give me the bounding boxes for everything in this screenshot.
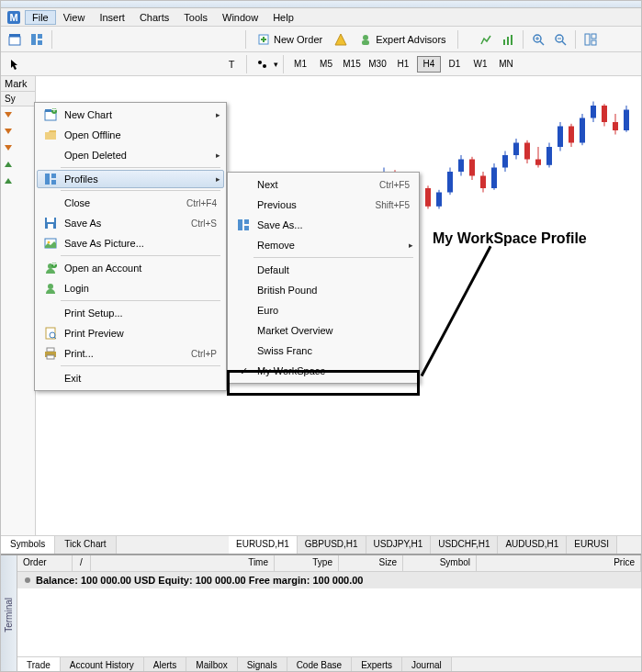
menu-window[interactable]: Window: [215, 10, 265, 25]
menu-save-as[interactable]: Save As Ctrl+S: [37, 213, 224, 233]
col-time[interactable]: Time: [91, 555, 275, 571]
symbol-row[interactable]: [1, 156, 35, 173]
col-sort[interactable]: /: [73, 555, 91, 571]
tf-mn[interactable]: MN: [494, 56, 518, 73]
menu-print-preview[interactable]: Print Preview: [37, 323, 224, 343]
submenu-remove[interactable]: Remove ▸: [230, 235, 417, 255]
tab-tick-chart[interactable]: Tick Chart: [55, 536, 116, 554]
menu-view[interactable]: View: [56, 10, 93, 25]
main-area: Mark Sy + New Chart ▸ Open Offline Open …: [1, 76, 641, 554]
term-tab-alerts[interactable]: Alerts: [144, 657, 187, 672]
expert-advisors-button[interactable]: Expert Advisors: [353, 30, 452, 49]
term-tab-code-base[interactable]: Code Base: [287, 657, 352, 672]
term-tab-journal[interactable]: Journal: [402, 657, 452, 672]
menu-label: Next: [253, 179, 379, 190]
svg-rect-61: [447, 172, 453, 193]
svg-rect-99: [51, 174, 56, 178]
menu-save-picture[interactable]: Save As Picture...: [37, 233, 224, 253]
tb-profile-icon[interactable]: [27, 29, 47, 50]
col-size[interactable]: Size: [339, 555, 403, 571]
terminal-body: Order / Time Type Size Symbol Price Bala…: [17, 555, 641, 672]
term-tab-trade[interactable]: Trade: [17, 657, 61, 672]
svg-point-105: [48, 241, 51, 244]
submenu-previous[interactable]: Previous Shift+F5: [230, 195, 417, 215]
menu-open-deleted[interactable]: Open Deleted ▸: [37, 145, 224, 165]
new-order-button[interactable]: New Order: [251, 30, 329, 49]
col-type[interactable]: Type: [275, 555, 339, 571]
menu-shortcut: Ctrl+F5: [379, 180, 413, 190]
menu-file[interactable]: File: [25, 10, 56, 25]
term-tab-signals[interactable]: Signals: [238, 657, 287, 672]
chart-tab-gbpusd[interactable]: GBPUSD,H1: [298, 536, 366, 554]
col-price[interactable]: Price: [477, 555, 641, 571]
menu-separator: [61, 300, 220, 301]
tf-w1[interactable]: W1: [468, 56, 492, 73]
symbol-row[interactable]: [1, 140, 35, 156]
submenu-arrow-icon: ▸: [216, 174, 220, 184]
cursor-icon[interactable]: [5, 54, 25, 74]
expert-advisors-label: Expert Advisors: [376, 34, 445, 45]
menu-profiles[interactable]: Profiles ▸: [37, 170, 224, 188]
menu-open-account[interactable]: + Open an Account: [37, 258, 224, 278]
svg-rect-102: [47, 218, 54, 222]
term-tab-mailbox[interactable]: Mailbox: [186, 657, 237, 672]
col-order[interactable]: Order: [17, 555, 73, 571]
profile-market-overview[interactable]: Market Overview: [230, 320, 417, 341]
tf-m5[interactable]: M5: [314, 56, 338, 73]
symbol-row[interactable]: [1, 173, 35, 189]
svg-rect-73: [513, 143, 519, 156]
tab-symbols[interactable]: Symbols: [1, 536, 55, 554]
col-symbol[interactable]: Symbol: [403, 555, 477, 571]
tf-h4[interactable]: H4: [417, 56, 441, 73]
tb-layout-icon[interactable]: [580, 29, 601, 50]
chart-tab-more[interactable]: EURUSI: [567, 536, 617, 554]
profile-swiss-franc[interactable]: Swiss Franc: [230, 341, 417, 361]
term-tab-experts[interactable]: Experts: [352, 657, 402, 672]
menu-help[interactable]: Help: [265, 10, 301, 25]
menu-open-offline[interactable]: Open Offline: [37, 125, 224, 145]
submenu-save-as[interactable]: Save As...: [230, 215, 417, 235]
svg-rect-91: [613, 122, 618, 130]
menu-close[interactable]: Close Ctrl+F4: [37, 193, 224, 213]
symbol-row[interactable]: [1, 123, 35, 140]
chart-tab-eurusd[interactable]: EURUSD,H1: [229, 536, 298, 554]
zoom-out-icon[interactable]: [550, 29, 570, 50]
menu-new-chart[interactable]: + New Chart ▸: [37, 105, 224, 125]
menu-label: Save As Picture...: [61, 238, 220, 249]
menu-login[interactable]: Login: [37, 278, 224, 298]
terminal-tabs: Trade Account History Alerts Mailbox Sig…: [17, 656, 641, 672]
objects-icon[interactable]: [252, 54, 272, 74]
menu-charts[interactable]: Charts: [132, 10, 176, 25]
svg-rect-59: [436, 193, 442, 207]
menu-shortcut: Ctrl+F4: [186, 198, 220, 208]
menu-tools[interactable]: Tools: [176, 10, 215, 25]
chart-tab-usdchf[interactable]: USDCHF,H1: [431, 536, 498, 554]
tf-m1[interactable]: M1: [288, 56, 312, 73]
zoom-in-icon[interactable]: [528, 29, 548, 50]
chart-tab-usdjpy[interactable]: USDJPY,H1: [366, 536, 432, 554]
term-tab-account-history[interactable]: Account History: [61, 657, 144, 672]
menu-insert[interactable]: Insert: [92, 10, 132, 25]
tf-h1[interactable]: H1: [391, 56, 415, 73]
profile-british-pound[interactable]: British Pound: [230, 280, 417, 300]
profile-default[interactable]: Default: [230, 260, 417, 280]
symbol-row[interactable]: [1, 106, 35, 123]
svg-rect-17: [591, 34, 596, 39]
tf-d1[interactable]: D1: [443, 56, 467, 73]
text-icon[interactable]: T: [221, 54, 242, 74]
tb-chart2-icon[interactable]: [498, 29, 518, 50]
chart-tab-audusd[interactable]: AUDUSD,H1: [498, 536, 567, 554]
profile-my-workspace[interactable]: My WorkSpace: [230, 361, 417, 381]
tb-new-chart-icon[interactable]: [5, 29, 25, 50]
profile-euro[interactable]: Euro: [230, 300, 417, 320]
menu-label: Swiss Franc: [253, 345, 413, 356]
tf-m15[interactable]: M15: [340, 56, 364, 73]
submenu-next[interactable]: Next Ctrl+F5: [230, 174, 417, 195]
menu-print[interactable]: Print... Ctrl+P: [37, 343, 224, 364]
alert-icon[interactable]: [331, 29, 351, 50]
tf-m30[interactable]: M30: [366, 56, 389, 73]
menu-print-setup[interactable]: Print Setup...: [37, 303, 224, 323]
menu-exit[interactable]: Exit: [37, 368, 224, 388]
chart-tabs: EURUSD,H1 GBPUSD,H1 USDJPY,H1 USDCHF,H1 …: [229, 535, 641, 554]
tb-chart1-icon[interactable]: [476, 29, 496, 50]
